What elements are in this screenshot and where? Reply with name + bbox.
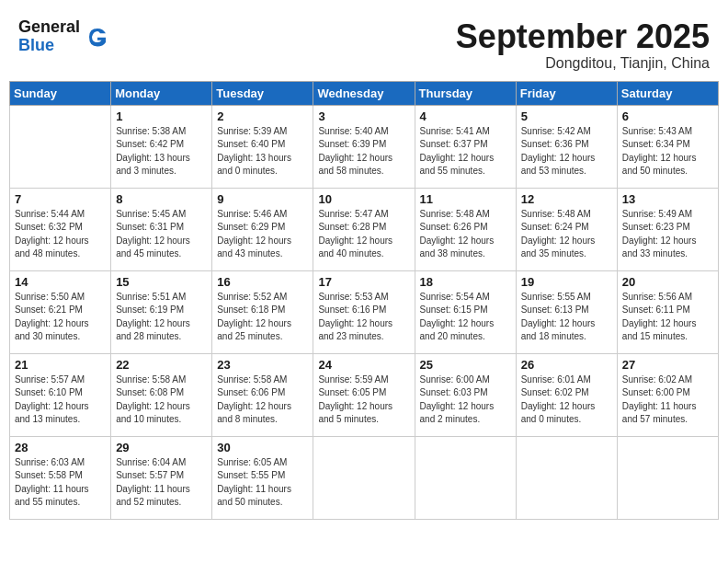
day-info: Sunrise: 6:05 AMSunset: 5:55 PMDaylight:… [217,456,308,510]
month-title: September 2025 [456,18,710,55]
day-info: Sunrise: 5:49 AMSunset: 6:23 PMDaylight:… [622,208,713,261]
logo-blue: Blue [18,37,80,55]
calendar-cell: 5Sunrise: 5:42 AMSunset: 6:36 PMDaylight… [516,105,617,188]
day-info: Sunrise: 5:38 AMSunset: 6:42 PMDaylight:… [116,125,207,178]
weekday-header-monday: Monday [111,81,212,105]
logo-general: General [18,18,80,37]
day-number: 7 [15,192,106,206]
weekday-header-tuesday: Tuesday [212,81,313,105]
week-row-3: 14Sunrise: 5:50 AMSunset: 6:21 PMDayligh… [10,270,719,353]
day-number: 8 [116,192,207,206]
day-number: 26 [521,358,612,372]
day-number: 9 [217,192,308,206]
day-info: Sunrise: 6:02 AMSunset: 6:00 PMDaylight:… [622,373,713,427]
week-row-5: 28Sunrise: 6:03 AMSunset: 5:58 PMDayligh… [10,436,719,519]
day-number: 4 [420,109,511,123]
calendar-cell: 24Sunrise: 5:59 AMSunset: 6:05 PMDayligh… [313,353,415,436]
weekday-header-wednesday: Wednesday [313,81,415,105]
weekday-header-saturday: Saturday [617,81,718,105]
calendar-cell: 29Sunrise: 6:04 AMSunset: 5:57 PMDayligh… [111,436,212,519]
calendar-cell: 28Sunrise: 6:03 AMSunset: 5:58 PMDayligh… [10,436,111,519]
day-number: 5 [521,109,612,123]
day-info: Sunrise: 5:42 AMSunset: 6:36 PMDaylight:… [521,125,612,178]
calendar-cell: 7Sunrise: 5:44 AMSunset: 6:32 PMDaylight… [10,188,111,270]
calendar-cell: 27Sunrise: 6:02 AMSunset: 6:00 PMDayligh… [617,353,718,436]
calendar-cell: 30Sunrise: 6:05 AMSunset: 5:55 PMDayligh… [212,436,313,519]
calendar-table: SundayMondayTuesdayWednesdayThursdayFrid… [9,81,719,520]
calendar-cell: 3Sunrise: 5:40 AMSunset: 6:39 PMDaylight… [313,105,415,188]
day-number: 15 [116,275,207,289]
calendar-cell [10,105,111,188]
day-number: 6 [622,109,713,123]
day-number: 10 [318,192,409,206]
calendar-cell: 10Sunrise: 5:47 AMSunset: 6:28 PMDayligh… [313,188,415,270]
calendar-cell: 16Sunrise: 5:52 AMSunset: 6:18 PMDayligh… [212,270,313,353]
calendar-cell: 13Sunrise: 5:49 AMSunset: 6:23 PMDayligh… [617,188,718,270]
day-info: Sunrise: 5:55 AMSunset: 6:13 PMDaylight:… [521,291,612,344]
logo-icon [84,23,111,51]
day-info: Sunrise: 5:58 AMSunset: 6:06 PMDaylight:… [217,373,308,427]
day-info: Sunrise: 5:59 AMSunset: 6:05 PMDaylight:… [318,373,409,427]
day-info: Sunrise: 6:00 AMSunset: 6:03 PMDaylight:… [420,373,511,427]
page-header: General Blue September 2025 Dongditou, T… [9,9,719,76]
calendar-cell: 9Sunrise: 5:46 AMSunset: 6:29 PMDaylight… [212,188,313,270]
day-info: Sunrise: 5:52 AMSunset: 6:18 PMDaylight:… [217,291,308,344]
calendar-cell: 17Sunrise: 5:53 AMSunset: 6:16 PMDayligh… [313,270,415,353]
day-number: 19 [521,275,612,289]
day-info: Sunrise: 5:54 AMSunset: 6:15 PMDaylight:… [420,291,511,344]
calendar-cell: 2Sunrise: 5:39 AMSunset: 6:40 PMDaylight… [212,105,313,188]
day-number: 30 [217,441,308,454]
location: Dongditou, Tianjin, China [456,55,710,72]
day-info: Sunrise: 5:48 AMSunset: 6:26 PMDaylight:… [420,208,511,261]
day-info: Sunrise: 6:04 AMSunset: 5:57 PMDaylight:… [116,456,207,510]
day-number: 21 [15,358,106,372]
day-number: 14 [15,275,106,289]
day-number: 22 [116,358,207,372]
calendar-cell [415,436,516,519]
day-info: Sunrise: 5:46 AMSunset: 6:29 PMDaylight:… [217,208,308,261]
calendar-cell: 22Sunrise: 5:58 AMSunset: 6:08 PMDayligh… [111,353,212,436]
day-info: Sunrise: 5:50 AMSunset: 6:21 PMDaylight:… [15,291,106,344]
calendar-cell: 6Sunrise: 5:43 AMSunset: 6:34 PMDaylight… [617,105,718,188]
day-number: 23 [217,358,308,372]
calendar-cell: 25Sunrise: 6:00 AMSunset: 6:03 PMDayligh… [415,353,516,436]
day-number: 28 [15,441,106,454]
day-info: Sunrise: 6:01 AMSunset: 6:02 PMDaylight:… [521,373,612,427]
day-number: 27 [622,358,713,372]
day-info: Sunrise: 5:44 AMSunset: 6:32 PMDaylight:… [15,208,106,261]
day-info: Sunrise: 5:53 AMSunset: 6:16 PMDaylight:… [318,291,409,344]
calendar-cell: 20Sunrise: 5:56 AMSunset: 6:11 PMDayligh… [617,270,718,353]
day-info: Sunrise: 5:40 AMSunset: 6:39 PMDaylight:… [318,125,409,178]
calendar-cell: 23Sunrise: 5:58 AMSunset: 6:06 PMDayligh… [212,353,313,436]
calendar-cell: 18Sunrise: 5:54 AMSunset: 6:15 PMDayligh… [415,270,516,353]
logo-text: General Blue [18,18,80,55]
calendar-cell: 1Sunrise: 5:38 AMSunset: 6:42 PMDaylight… [111,105,212,188]
week-row-2: 7Sunrise: 5:44 AMSunset: 6:32 PMDaylight… [10,188,719,270]
day-number: 3 [318,109,409,123]
weekday-header-sunday: Sunday [10,81,111,105]
weekday-header-thursday: Thursday [415,81,516,105]
day-info: Sunrise: 5:45 AMSunset: 6:31 PMDaylight:… [116,208,207,261]
day-number: 11 [420,192,511,206]
calendar-cell: 4Sunrise: 5:41 AMSunset: 6:37 PMDaylight… [415,105,516,188]
day-info: Sunrise: 5:39 AMSunset: 6:40 PMDaylight:… [217,125,308,178]
calendar-cell: 19Sunrise: 5:55 AMSunset: 6:13 PMDayligh… [516,270,617,353]
day-info: Sunrise: 5:47 AMSunset: 6:28 PMDaylight:… [318,208,409,261]
day-info: Sunrise: 5:58 AMSunset: 6:08 PMDaylight:… [116,373,207,427]
calendar-cell: 15Sunrise: 5:51 AMSunset: 6:19 PMDayligh… [111,270,212,353]
day-info: Sunrise: 5:51 AMSunset: 6:19 PMDaylight:… [116,291,207,344]
day-number: 13 [622,192,713,206]
day-info: Sunrise: 5:43 AMSunset: 6:34 PMDaylight:… [622,125,713,178]
calendar-cell: 8Sunrise: 5:45 AMSunset: 6:31 PMDaylight… [111,188,212,270]
calendar-cell: 21Sunrise: 5:57 AMSunset: 6:10 PMDayligh… [10,353,111,436]
day-info: Sunrise: 5:57 AMSunset: 6:10 PMDaylight:… [15,373,106,427]
calendar-cell [516,436,617,519]
day-number: 2 [217,109,308,123]
day-number: 16 [217,275,308,289]
title-block: September 2025 Dongditou, Tianjin, China [456,18,710,72]
day-number: 20 [622,275,713,289]
day-number: 29 [116,441,207,454]
week-row-4: 21Sunrise: 5:57 AMSunset: 6:10 PMDayligh… [10,353,719,436]
day-number: 24 [318,358,409,372]
day-info: Sunrise: 6:03 AMSunset: 5:58 PMDaylight:… [15,456,106,510]
